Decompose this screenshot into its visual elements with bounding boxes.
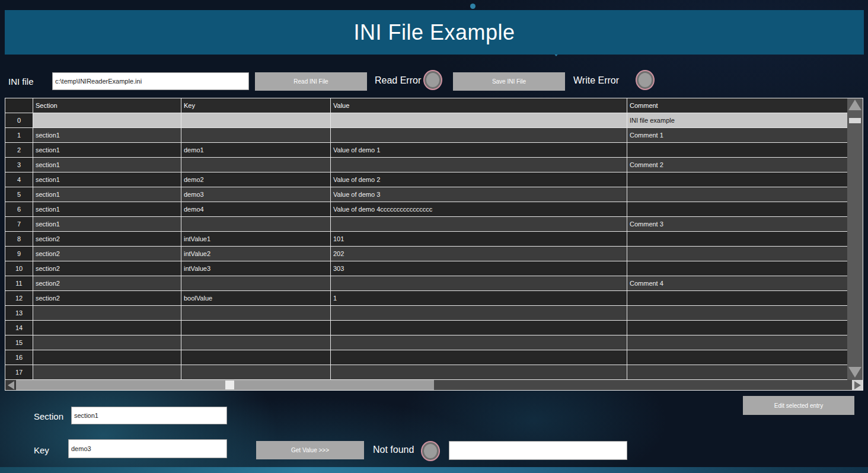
cell-comment[interactable] (627, 291, 847, 305)
cell-comment[interactable] (627, 365, 847, 379)
cell-comment[interactable] (627, 187, 847, 202)
cell-key[interactable] (181, 158, 331, 172)
horizontal-scroll-thumb[interactable] (225, 381, 234, 389)
cell-section[interactable]: section1 (33, 172, 181, 187)
get-value-button[interactable]: Get Value >>> (256, 441, 364, 459)
table-row[interactable]: 11section2Comment 4 (5, 276, 847, 291)
table-row[interactable]: 9section2intValue2202 (5, 247, 847, 261)
cell-section[interactable]: section1 (33, 187, 181, 202)
cell-value[interactable]: Value of demo 4cccccccccccccccc (331, 202, 627, 216)
cell-key[interactable]: demo4 (181, 202, 331, 216)
cell-section[interactable]: section1 (33, 128, 181, 142)
horizontal-scroll-track[interactable] (16, 380, 852, 390)
cell-key[interactable]: demo2 (181, 172, 331, 187)
table-row[interactable]: 12section2boolValue1 (5, 291, 847, 306)
table-row[interactable]: 5section1demo3Value of demo 3 (5, 187, 847, 202)
cell-key[interactable] (181, 350, 331, 365)
cell-comment[interactable]: INI file example (627, 113, 847, 127)
cell-comment[interactable] (627, 335, 847, 350)
cell-comment[interactable]: Comment 4 (627, 276, 847, 290)
cell-section[interactable]: section2 (33, 291, 181, 305)
table-row[interactable]: 17 (5, 365, 847, 380)
result-value-field[interactable] (449, 441, 627, 460)
read-ini-file-button[interactable]: Read INI File (255, 72, 367, 91)
cell-key[interactable]: intValue3 (181, 261, 331, 276)
cell-key[interactable] (181, 335, 331, 350)
cell-comment[interactable]: Comment 2 (627, 158, 847, 172)
cell-section[interactable] (33, 350, 181, 365)
cell-value[interactable] (331, 365, 627, 379)
cell-value[interactable] (331, 113, 627, 127)
cell-value[interactable]: 1 (331, 291, 627, 305)
cell-comment[interactable] (627, 306, 847, 320)
cell-section[interactable] (33, 113, 181, 127)
cell-value[interactable] (331, 128, 627, 142)
cell-key[interactable]: intValue2 (181, 247, 331, 261)
cell-section[interactable]: section2 (33, 247, 181, 261)
table-row[interactable]: 13 (5, 306, 847, 321)
cell-key[interactable]: demo1 (181, 143, 331, 157)
cell-value[interactable]: 303 (331, 261, 627, 276)
cell-value[interactable]: Value of demo 3 (331, 187, 627, 202)
scroll-up-arrow-icon[interactable] (848, 100, 861, 110)
cell-value[interactable]: Value of demo 1 (331, 143, 627, 157)
scroll-left-button[interactable] (5, 380, 16, 390)
cell-comment[interactable] (627, 261, 847, 276)
table-row[interactable]: 15 (5, 335, 847, 350)
table-row[interactable]: 1section1Comment 1 (5, 128, 847, 143)
cell-value[interactable] (331, 276, 627, 290)
scroll-down-arrow-icon[interactable] (848, 367, 861, 378)
table-row[interactable]: 8section2intValue1101 (5, 232, 847, 247)
cell-comment[interactable] (627, 321, 847, 335)
table-row[interactable]: 2section1demo1Value of demo 1 (5, 143, 847, 158)
table-row[interactable]: 3section1Comment 2 (5, 158, 847, 172)
cell-value[interactable]: Value of demo 2 (331, 172, 627, 187)
cell-section[interactable] (33, 365, 181, 379)
cell-comment[interactable]: Comment 3 (627, 217, 847, 231)
cell-value[interactable] (331, 350, 627, 365)
cell-key[interactable]: boolValue (181, 291, 331, 305)
cell-value[interactable] (331, 321, 627, 335)
cell-key[interactable]: demo3 (181, 187, 331, 202)
horizontal-scrollbar[interactable] (5, 380, 863, 390)
edit-selected-entry-button[interactable]: Edit selected entry (743, 396, 854, 415)
table-row[interactable]: 4section1demo2Value of demo 2 (5, 172, 847, 187)
cell-section[interactable]: section2 (33, 232, 181, 246)
cell-key[interactable] (181, 113, 331, 127)
cell-key[interactable] (181, 321, 331, 335)
cell-value[interactable] (331, 217, 627, 231)
table-row[interactable]: 16 (5, 350, 847, 365)
cell-section[interactable]: section2 (33, 261, 181, 276)
cell-section[interactable]: section1 (33, 202, 181, 216)
cell-section[interactable]: section1 (33, 158, 181, 172)
cell-key[interactable] (181, 306, 331, 320)
cell-comment[interactable] (627, 232, 847, 246)
cell-section[interactable] (33, 321, 181, 335)
cell-section[interactable]: section1 (33, 143, 181, 157)
ini-path-input[interactable] (52, 72, 249, 90)
cell-comment[interactable] (627, 143, 847, 157)
table-row[interactable]: 0INI file example (5, 113, 847, 128)
cell-comment[interactable] (627, 172, 847, 187)
scroll-right-button[interactable] (852, 380, 863, 390)
cell-key[interactable] (181, 365, 331, 379)
cell-value[interactable]: 202 (331, 247, 627, 261)
cell-key[interactable] (181, 128, 331, 142)
table-row[interactable]: 7section1Comment 3 (5, 217, 847, 232)
cell-section[interactable]: section2 (33, 276, 181, 290)
cell-value[interactable] (331, 335, 627, 350)
table-row[interactable]: 6section1demo4Value of demo 4ccccccccccc… (5, 202, 847, 217)
cell-section[interactable] (33, 306, 181, 320)
cell-value[interactable] (331, 158, 627, 172)
cell-comment[interactable]: Comment 1 (627, 128, 847, 142)
cell-value[interactable] (331, 306, 627, 320)
section-input[interactable] (71, 407, 227, 424)
table-row[interactable]: 14 (5, 321, 847, 335)
vertical-scrollbar[interactable] (847, 98, 863, 380)
cell-value[interactable]: 101 (331, 232, 627, 246)
key-input[interactable] (68, 439, 227, 458)
cell-comment[interactable] (627, 247, 847, 261)
cell-key[interactable]: intValue1 (181, 232, 331, 246)
cell-comment[interactable] (627, 350, 847, 365)
cell-comment[interactable] (627, 202, 847, 216)
